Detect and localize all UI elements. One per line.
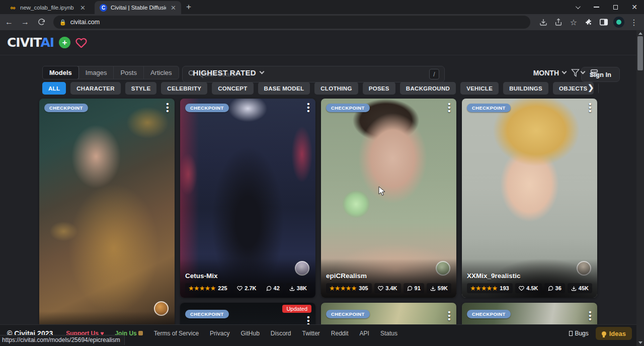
download-icon	[289, 286, 295, 291]
footer-link-api[interactable]: API	[360, 330, 369, 337]
comment-icon	[548, 286, 553, 291]
scrollbar-thumb[interactable]	[637, 36, 643, 70]
footer-link-discord[interactable]: Discord	[271, 330, 291, 337]
model-card-dreamshaper[interactable]: CHECKPOINT ••• DreamShaper	[39, 99, 175, 340]
chip-all[interactable]: ALL	[42, 82, 66, 95]
share-icon[interactable]	[551, 15, 566, 29]
card-menu-icon[interactable]: •••	[586, 311, 594, 321]
chip-concept[interactable]: CONCEPT	[212, 82, 253, 95]
footer-link-github[interactable]: GitHub	[240, 330, 259, 337]
comments-stat: 42	[263, 283, 283, 293]
footer-link-status[interactable]: Status	[380, 330, 397, 337]
downloads-stat: 59K	[427, 283, 451, 293]
footer-link-twitter[interactable]: Twitter	[302, 330, 320, 337]
card-menu-icon[interactable]: •••	[164, 103, 172, 113]
close-tab-icon[interactable]: ✕	[79, 4, 87, 12]
close-tab-icon[interactable]: ✕	[170, 4, 177, 12]
footer-link-privacy[interactable]: Privacy	[210, 330, 229, 337]
browser-toolbar: ← → 🔒 civitai.com ☆ ⋮	[0, 14, 644, 30]
browser-menu-icon[interactable]: ⋮	[627, 15, 641, 29]
browser-tab-strip: ∞ new_colab_file.ipynb - Colaborat ✕ C C…	[0, 0, 644, 14]
likes-stat: 2.7K	[233, 283, 260, 293]
download-icon	[571, 286, 577, 291]
heart-icon	[378, 286, 383, 291]
heart-icon	[237, 286, 243, 291]
chip-poses[interactable]: POSES	[363, 82, 395, 95]
sort-dropdown[interactable]: HIGHEST RATED	[193, 68, 264, 77]
card-menu-icon[interactable]: •••	[586, 103, 594, 113]
footer-link-reddit[interactable]: Reddit	[331, 330, 349, 337]
content-nav-row: Models Images Posts Articles HIGHEST RAT…	[42, 66, 599, 79]
address-bar[interactable]: 🔒 civitai.com	[53, 16, 530, 29]
card-menu-icon[interactable]: •••	[445, 103, 453, 113]
back-icon[interactable]: ←	[2, 15, 16, 29]
tab-images[interactable]: Images	[79, 66, 114, 79]
period-dropdown[interactable]: MONTH	[533, 69, 566, 77]
toolbar-actions: ☆ ⋮	[535, 15, 641, 29]
mouse-cursor	[378, 186, 386, 199]
supporter-heart-icon[interactable]	[75, 37, 87, 48]
checkpoint-badge: CHECKPOINT	[467, 104, 511, 112]
filter-funnel-icon[interactable]	[571, 68, 585, 77]
bug-icon	[569, 331, 573, 336]
chip-buildings[interactable]: BUILDINGS	[503, 82, 548, 95]
model-card-epicrealism[interactable]: CHECKPOINT ••• epiCRealism ★★★★★305 3.4K…	[321, 99, 456, 298]
tab-posts[interactable]: Posts	[114, 66, 144, 79]
checkpoint-badge: CHECKPOINT	[467, 310, 511, 318]
restore-button[interactable]	[606, 0, 625, 14]
extensions-icon[interactable]	[582, 15, 596, 29]
chip-vehicle[interactable]: VEHICLE	[460, 82, 499, 95]
tab-articles[interactable]: Articles	[144, 66, 179, 79]
tab-civitai[interactable]: C Civitai | Stable Diffusion models, ✕	[95, 1, 181, 14]
footer-link-terms[interactable]: Terms of Service	[154, 330, 199, 337]
reload-icon[interactable]	[34, 15, 48, 29]
layout-toggle-icon[interactable]	[590, 68, 599, 77]
scroll-down-icon[interactable]	[638, 341, 642, 344]
side-panel-icon[interactable]	[597, 15, 611, 29]
minimize-button[interactable]	[587, 0, 606, 14]
model-card-xxmix-9realistic[interactable]: CHECKPOINT ••• XXMix_9realistic ★★★★★193…	[462, 99, 597, 298]
link-status-bar: https://civitai.com/models/25694/epicrea…	[0, 335, 125, 345]
chevron-down-icon	[581, 69, 586, 74]
forward-icon[interactable]: →	[18, 15, 32, 29]
close-window-button[interactable]: ✕	[625, 0, 644, 14]
chips-scroll-right-icon[interactable]: ❯	[588, 83, 594, 92]
chip-base-model[interactable]: BASE MODEL	[258, 82, 310, 95]
chip-celebrity[interactable]: CELEBRITY	[161, 82, 207, 95]
card-menu-icon[interactable]: •••	[445, 311, 453, 321]
card-menu-icon[interactable]: •••	[304, 103, 312, 113]
checkpoint-badge: CHECKPOINT	[326, 104, 370, 112]
star-icons: ★★★★★	[189, 285, 216, 292]
new-tab-button[interactable]: +	[186, 2, 191, 14]
filter-controls: MONTH	[533, 68, 599, 77]
scroll-up-icon[interactable]	[638, 32, 642, 35]
tab-models[interactable]: Models	[42, 66, 79, 79]
chip-style[interactable]: STYLE	[125, 82, 157, 95]
profile-avatar[interactable]	[612, 15, 626, 29]
download-icon	[430, 286, 436, 291]
ideas-button[interactable]: Ideas	[596, 327, 632, 340]
comment-icon	[266, 286, 272, 291]
model-title: Cetus-Mix	[185, 272, 310, 280]
site-header: CIVITAI + Quick Search / Sign In	[0, 30, 644, 55]
model-title: epiCRealism	[326, 272, 451, 280]
downloads-stat: 45K	[568, 283, 592, 293]
chip-animal[interactable]: ANIMAL	[598, 82, 599, 95]
bugs-link[interactable]: Bugs	[569, 330, 588, 337]
create-plus-button[interactable]: +	[59, 37, 70, 48]
tab-colab[interactable]: ∞ new_colab_file.ipynb - Colaborat ✕	[4, 1, 91, 14]
model-card-cetus-mix[interactable]: CHECKPOINT ••• Cetus-Mix ★★★★★225 2.7K 4…	[180, 99, 315, 298]
tab-search-icon[interactable]	[568, 0, 587, 14]
chip-clothing[interactable]: CLOTHING	[314, 82, 358, 95]
download-page-icon[interactable]	[536, 15, 550, 29]
chip-character[interactable]: CHARACTER	[70, 82, 121, 95]
chip-background[interactable]: BACKGROUND	[400, 82, 456, 95]
lightbulb-icon	[602, 331, 606, 336]
bookmark-star-icon[interactable]: ☆	[567, 15, 581, 29]
card-footer: Cetus-Mix ★★★★★225 2.7K 42 38K	[180, 259, 315, 298]
moneybag-icon	[138, 331, 143, 335]
civitai-logo[interactable]: CIVITAI	[7, 35, 54, 50]
page-scrollbar[interactable]	[636, 30, 644, 346]
chevron-down-icon	[562, 69, 567, 74]
likes-stat: 3.4K	[374, 283, 400, 293]
